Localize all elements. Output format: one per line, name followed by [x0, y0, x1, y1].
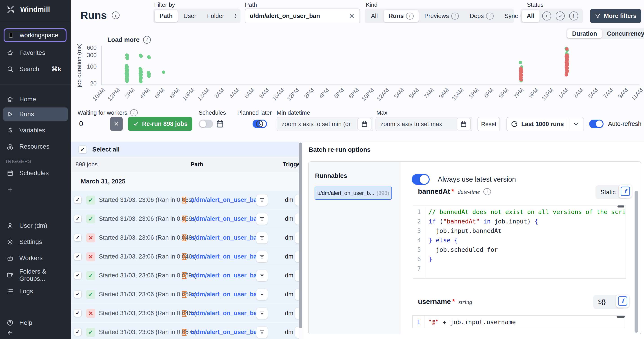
row-checkbox[interactable]: ✓ — [74, 215, 81, 222]
refresh-last-runs[interactable]: Last 1000 runs — [507, 117, 568, 131]
row-action-button[interactable] — [295, 251, 299, 262]
auto-refresh-toggle[interactable] — [589, 120, 604, 128]
sidebar-item-help[interactable]: Help — [3, 316, 68, 329]
path-input[interactable]: u/dm/alert_on_user_ban — [245, 9, 360, 23]
sidebar-item-folders-groups[interactable]: Folders & Groups... — [3, 269, 68, 281]
last-runs-dropdown[interactable] — [568, 117, 584, 131]
success-point[interactable] — [139, 54, 143, 58]
row-action-button[interactable] — [295, 194, 299, 206]
row-checkbox[interactable]: ✓ — [74, 196, 81, 203]
sidebar-item-add-trigger[interactable] — [3, 183, 68, 196]
filter-by-path-button[interactable] — [256, 327, 268, 338]
sidebar-item-search[interactable]: Search ⌘k — [3, 63, 68, 75]
tab-duration[interactable]: Duration — [567, 29, 602, 38]
panel-scrollbar[interactable] — [634, 191, 638, 333]
run-path-link[interactable]: u/dm/alert_on_user_ban — [190, 310, 261, 317]
username-expr-button[interactable]: f — [616, 294, 629, 307]
bannedat-expr-button[interactable]: f — [619, 185, 632, 198]
run-path-link[interactable]: u/dm/alert_on_user_ban — [190, 234, 261, 241]
kind-tab-runs[interactable]: Runsi — [384, 10, 418, 22]
sidebar-item-schedules[interactable]: Schedules — [3, 167, 68, 179]
table-row[interactable]: ✓ ✓ Started 31/03, 23:06 (Ran in 0.059s)… — [71, 209, 299, 228]
row-checkbox[interactable]: ✓ — [74, 328, 81, 336]
row-checkbox[interactable]: ✓ — [74, 291, 81, 298]
table-row[interactable]: ✓ ✓ Started 31/03, 23:06 (Ran in 0.059s)… — [71, 285, 299, 304]
status-tab-success-icon[interactable] — [554, 10, 566, 22]
bannedat-code-editor[interactable]: 1234567 // bannedAt does not exist on al… — [413, 205, 626, 279]
run-path-link[interactable]: u/dm/alert_on_user_ban — [190, 196, 261, 203]
cancel-selection-button[interactable] — [110, 117, 123, 131]
kind-tab-previews[interactable]: Previewsi — [420, 10, 464, 22]
failure-point[interactable] — [565, 48, 569, 51]
success-point[interactable] — [162, 71, 165, 74]
table-row[interactable]: ✓ ✕ Started 31/03, 23:06 (Ran in 0.046s)… — [71, 304, 299, 323]
min-datetime-calendar-button[interactable] — [358, 118, 372, 130]
row-action-button[interactable] — [295, 270, 299, 281]
table-row[interactable]: ✓ ✓ Started 31/03, 23:06 (Ran in 0.059s)… — [71, 266, 299, 285]
row-action-button[interactable] — [295, 232, 299, 243]
max-datetime-calendar-button[interactable] — [456, 118, 470, 130]
filter-by-path-button[interactable] — [256, 270, 268, 281]
sidebar-item-workers[interactable]: Workers — [3, 252, 68, 264]
sidebar-item-variables[interactable]: Variables — [3, 124, 68, 137]
row-action-button[interactable] — [295, 308, 299, 319]
sidebar-item-settings[interactable]: Settings — [3, 236, 68, 248]
filter-by-path-button[interactable] — [256, 289, 268, 300]
kind-tab-all[interactable]: All — [366, 10, 383, 22]
filter-by-path-button[interactable] — [256, 251, 268, 262]
sidebar-item-user[interactable]: User (dm) — [3, 219, 68, 232]
filter-tab-folder[interactable]: Folder — [202, 10, 230, 22]
info-icon[interactable]: i — [112, 12, 120, 19]
filter-by-path-button[interactable] — [256, 213, 268, 225]
failure-point[interactable] — [520, 78, 523, 82]
filter-tab-path[interactable]: Path — [154, 10, 178, 22]
reset-button[interactable]: Reset — [478, 117, 500, 131]
rerun-jobs-button[interactable]: Re-run 898 jobs — [128, 117, 192, 131]
success-point[interactable] — [126, 79, 129, 83]
run-path-link[interactable]: u/dm/alert_on_user_ban — [190, 253, 261, 260]
filter-by-path-button[interactable] — [256, 308, 268, 319]
app-logo-row[interactable]: Windmill — [6, 4, 50, 15]
schedules-toggle[interactable] — [199, 120, 213, 128]
load-more-button[interactable]: Load more i — [108, 36, 151, 44]
code-area[interactable]: "@" + job.input.username — [425, 316, 625, 328]
more-filters-button[interactable]: More filters — [590, 9, 641, 23]
row-checkbox[interactable]: ✓ — [74, 272, 81, 279]
filter-tab-user[interactable]: User — [179, 10, 201, 22]
runnable-item[interactable]: u/dm/alert_on_user_b... (898) — [314, 187, 392, 200]
filter-by-path-button[interactable] — [256, 232, 268, 243]
row-checkbox[interactable]: ✓ — [74, 253, 81, 260]
run-path-link[interactable]: u/dm/alert_on_user_ban — [190, 291, 261, 298]
status-tab-running-icon[interactable] — [540, 10, 553, 22]
success-point[interactable] — [148, 74, 151, 78]
run-path-link[interactable]: u/dm/alert_on_user_ban — [190, 329, 261, 336]
run-path-link[interactable]: u/dm/alert_on_user_ban — [190, 215, 261, 222]
template-mode-button[interactable]: ${} — [594, 298, 609, 305]
table-row[interactable]: ✓ ✕ Started 31/03, 23:06 (Ran in 0.048s)… — [71, 228, 299, 247]
row-action-button[interactable] — [295, 289, 299, 300]
success-point[interactable] — [139, 80, 142, 83]
sidebar-collapse-button[interactable] — [3, 328, 68, 338]
row-checkbox[interactable]: ✓ — [74, 309, 81, 317]
row-action-button[interactable] — [295, 213, 299, 225]
filter-by-path-button[interactable] — [256, 194, 268, 206]
editor-hscrollbar[interactable] — [618, 205, 624, 207]
workspace-switcher[interactable]: workingspace — [4, 28, 66, 42]
success-point[interactable] — [148, 56, 151, 59]
status-tab-all[interactable]: All — [522, 10, 540, 22]
table-row[interactable]: ✓ ✕ Started 31/03, 23:06 (Ran in 0.046s)… — [71, 247, 299, 266]
editor-hscrollbar[interactable] — [616, 316, 625, 318]
row-checkbox[interactable]: ✓ — [74, 234, 81, 241]
kebab-menu-icon[interactable] — [230, 10, 240, 22]
tab-concurrency[interactable]: Concurrency — [602, 29, 644, 38]
info-icon[interactable]: i — [483, 188, 491, 195]
sidebar-item-favorites[interactable]: Favorites — [3, 47, 68, 59]
chart-x-axis[interactable] — [101, 85, 640, 85]
table-row[interactable]: ✓ ✓ Started 31/03, 23:06 (Ran in 0.06s) … — [71, 191, 299, 209]
kind-tab-deps[interactable]: Depsi — [465, 10, 498, 22]
clear-path-icon[interactable] — [348, 13, 355, 19]
table-row[interactable]: ✓ ✓ Started 31/03, 23:06 (Ran in 0.057s)… — [71, 323, 299, 339]
status-tab-failure-icon[interactable]: ! — [568, 10, 580, 22]
always-latest-toggle[interactable] — [412, 174, 430, 185]
success-point[interactable] — [126, 57, 129, 60]
